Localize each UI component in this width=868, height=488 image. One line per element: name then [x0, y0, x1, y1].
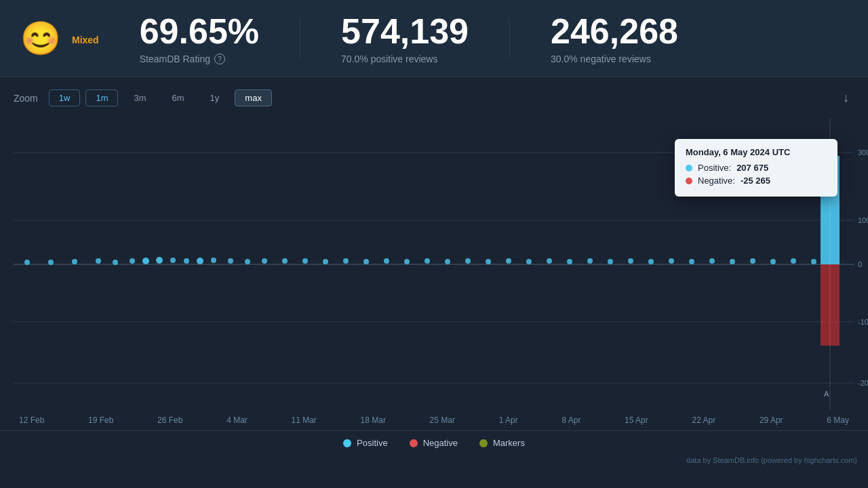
- svg-text:0: 0: [858, 260, 862, 268]
- svg-point-33: [445, 259, 450, 264]
- svg-point-45: [689, 259, 694, 264]
- svg-point-34: [465, 258, 471, 264]
- rating-block: 😊 Mixed: [20, 22, 99, 55]
- svg-text:-100k: -100k: [858, 318, 868, 326]
- legend-negative-dot: [410, 439, 418, 447]
- svg-point-43: [648, 259, 654, 264]
- zoom-1y[interactable]: 1y: [200, 89, 230, 106]
- svg-point-12: [72, 259, 77, 264]
- x-label-8apr: 8 Apr: [561, 415, 580, 425]
- svg-point-31: [404, 259, 410, 264]
- attribution: data by SteamDB.info (powered by highcha…: [0, 453, 868, 467]
- tooltip-negative-dot: [686, 178, 692, 184]
- divider-1: [300, 18, 300, 59]
- svg-point-46: [709, 258, 715, 264]
- chart-container: 300k 100k 0 -100k -200k: [0, 119, 868, 410]
- zoom-max[interactable]: max: [235, 89, 272, 106]
- svg-point-18: [170, 258, 176, 263]
- negative-block: 246,268 30.0% negative reviews: [551, 12, 678, 64]
- svg-point-23: [245, 259, 250, 264]
- svg-point-19: [184, 258, 189, 264]
- svg-point-38: [547, 258, 552, 264]
- x-label-11mar: 11 Mar: [292, 415, 317, 425]
- zoom-3m[interactable]: 3m: [123, 89, 156, 106]
- svg-point-20: [197, 258, 203, 264]
- svg-point-16: [142, 258, 149, 264]
- svg-point-10: [24, 260, 30, 265]
- svg-point-35: [486, 259, 491, 264]
- svg-point-28: [343, 258, 349, 264]
- legend-positive-dot: [343, 439, 351, 447]
- svg-point-36: [506, 258, 511, 264]
- svg-point-51: [811, 259, 816, 264]
- svg-point-13: [96, 258, 101, 264]
- positive-label: 70.0% positive reviews: [341, 54, 437, 64]
- svg-point-14: [113, 260, 118, 265]
- x-label-1apr: 1 Apr: [499, 415, 518, 425]
- zoom-1w[interactable]: 1w: [49, 89, 81, 106]
- svg-point-17: [156, 257, 163, 264]
- positive-count: 574,139: [341, 12, 469, 51]
- svg-point-32: [425, 258, 430, 264]
- tooltip-positive-dot: [686, 165, 692, 171]
- x-label-19feb: 19 Feb: [88, 415, 113, 425]
- x-label-18mar: 18 Mar: [361, 415, 386, 425]
- zoom-bar: Zoom 1w 1m 3m 6m 1y max ↓: [0, 88, 868, 119]
- svg-point-25: [282, 258, 288, 264]
- positive-block: 574,139 70.0% positive reviews: [341, 12, 469, 64]
- mixed-emoji: 😊: [20, 22, 61, 55]
- svg-point-47: [730, 259, 735, 264]
- tooltip-negative-label: Negative:: [698, 176, 735, 186]
- tooltip-positive-label: Positive:: [698, 163, 731, 173]
- percentage-value: 69.65%: [140, 12, 259, 51]
- x-label-15apr: 15 Apr: [625, 415, 648, 425]
- legend-negative-label: Negative: [423, 438, 458, 448]
- svg-text:A: A: [824, 390, 829, 398]
- svg-text:100k: 100k: [858, 216, 868, 224]
- negative-count: 246,268: [551, 12, 678, 51]
- svg-point-29: [363, 259, 369, 264]
- tooltip-positive-row: Positive: 207 675: [686, 163, 827, 173]
- info-icon[interactable]: ?: [214, 54, 225, 64]
- svg-point-48: [750, 258, 755, 264]
- x-label-29apr: 29 Apr: [760, 415, 783, 425]
- chart-legend: Positive Negative Markers: [0, 430, 868, 453]
- zoom-1m[interactable]: 1m: [85, 89, 118, 106]
- svg-point-41: [608, 259, 613, 264]
- zoom-6m[interactable]: 6m: [162, 89, 195, 106]
- svg-point-42: [628, 258, 633, 264]
- svg-point-37: [526, 259, 532, 264]
- x-axis: 12 Feb 19 Feb 26 Feb 4 Mar 11 Mar 18 Mar…: [0, 410, 868, 430]
- header: 😊 Mixed 69.65% SteamDB Rating ? 574,139 …: [0, 0, 868, 77]
- zoom-label: Zoom: [14, 93, 38, 104]
- svg-text:-200k: -200k: [858, 379, 868, 387]
- svg-point-39: [567, 259, 572, 264]
- x-label-6may: 6 May: [827, 415, 849, 425]
- steamdb-label: SteamDB Rating ?: [140, 54, 225, 64]
- svg-text:300k: 300k: [858, 148, 868, 157]
- divider-2: [509, 18, 510, 59]
- chart-section: Zoom 1w 1m 3m 6m 1y max ↓ 300k 100k 0 -1…: [0, 77, 868, 467]
- legend-markers-label: Markers: [493, 438, 525, 448]
- x-label-22apr: 22 Apr: [692, 415, 715, 425]
- svg-point-40: [587, 258, 593, 264]
- svg-point-22: [228, 258, 233, 264]
- legend-markers: Markers: [479, 438, 525, 448]
- download-button[interactable]: ↓: [837, 88, 854, 108]
- svg-point-11: [48, 260, 54, 265]
- tooltip-negative-row: Negative: -25 265: [686, 176, 827, 186]
- rating-text: Mixed: [72, 32, 99, 45]
- svg-point-50: [791, 258, 796, 264]
- mixed-label: Mixed: [72, 35, 99, 45]
- svg-point-24: [262, 258, 267, 264]
- x-label-25mar: 25 Mar: [430, 415, 455, 425]
- chart-tooltip: Monday, 6 May 2024 UTC Positive: 207 675…: [675, 139, 837, 197]
- svg-point-26: [302, 258, 308, 264]
- x-label-4mar: 4 Mar: [226, 415, 248, 425]
- svg-point-15: [130, 258, 135, 264]
- negative-label: 30.0% negative reviews: [551, 54, 651, 64]
- svg-point-27: [323, 259, 328, 264]
- tooltip-positive-value: 207 675: [736, 163, 768, 173]
- svg-point-44: [669, 258, 674, 264]
- tooltip-negative-value: -25 265: [741, 176, 770, 186]
